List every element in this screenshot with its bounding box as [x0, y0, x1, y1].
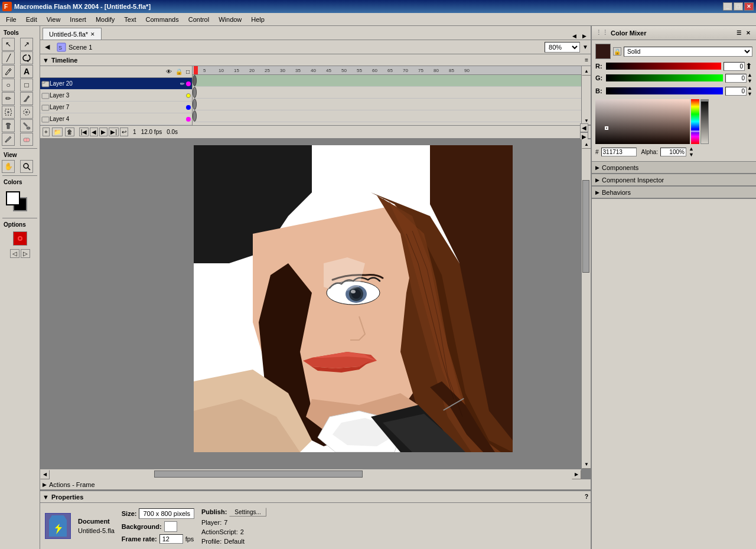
- g-input[interactable]: [725, 74, 747, 83]
- zoom-dropdown-arrow[interactable]: ▼: [582, 44, 588, 50]
- menu-help[interactable]: Help: [246, 15, 269, 24]
- tool-lasso[interactable]: [20, 51, 33, 64]
- hex-input[interactable]: [601, 148, 637, 156]
- stroke-color[interactable]: [6, 191, 20, 205]
- alpha-bar[interactable]: [700, 99, 709, 144]
- zoom-select[interactable]: 80% 25% 50% 75% 100%: [545, 42, 580, 53]
- canvas-hscroll-thumb[interactable]: [154, 470, 363, 478]
- lock-icon[interactable]: 🔒: [613, 47, 621, 55]
- props-fps-input[interactable]: [159, 534, 183, 544]
- menu-commands[interactable]: Commands: [141, 15, 183, 24]
- alpha-stepper-up[interactable]: ▲: [689, 146, 694, 152]
- layer-row-0[interactable]: Layer 20 ✏: [40, 78, 192, 90]
- tool-eyedropper[interactable]: [2, 133, 15, 146]
- close-button[interactable]: ✕: [744, 2, 754, 11]
- menu-insert[interactable]: Insert: [65, 15, 91, 24]
- tool-arrow[interactable]: ↖: [2, 38, 15, 51]
- props-settings-button[interactable]: Settings...: [229, 508, 266, 517]
- play-btn[interactable]: ▶: [99, 128, 107, 136]
- b-input[interactable]: [725, 87, 747, 96]
- playhead[interactable]: [194, 66, 198, 75]
- timeline-scroll-up[interactable]: ▲: [582, 66, 591, 76]
- tool-pencil[interactable]: ✏: [2, 92, 15, 105]
- menu-window[interactable]: Window: [214, 15, 246, 24]
- sv-picker[interactable]: [595, 99, 690, 144]
- b-stepper-down[interactable]: ▼: [747, 91, 752, 97]
- g-stepper-down[interactable]: ▼: [747, 78, 752, 84]
- minimize-button[interactable]: _: [723, 2, 732, 11]
- tool-rectangle[interactable]: □: [20, 79, 33, 92]
- actions-toggle[interactable]: ▶: [43, 482, 47, 488]
- stage[interactable]: [194, 145, 513, 452]
- canvas-scroll-up[interactable]: ▲: [582, 139, 591, 149]
- behaviors-header[interactable]: ▶ Behaviors: [592, 187, 756, 198]
- r-slider[interactable]: [606, 63, 721, 70]
- b-stepper-up[interactable]: ▲: [747, 85, 752, 91]
- component-inspector-header[interactable]: ▶ Component Inspector: [592, 174, 756, 186]
- snap-option[interactable]: [13, 231, 27, 246]
- tab-scroll-left[interactable]: ◀: [571, 32, 578, 40]
- canvas-scroll-down[interactable]: ▼: [582, 459, 591, 469]
- loop-btn[interactable]: ↩: [120, 128, 128, 136]
- menu-control[interactable]: Control: [184, 15, 214, 24]
- tool-ink-bottle[interactable]: [2, 119, 15, 132]
- tool-hand[interactable]: ✋: [2, 160, 15, 173]
- snap-right[interactable]: ▷: [21, 249, 30, 258]
- canvas-scroll-right[interactable]: ▶: [572, 470, 581, 479]
- menu-modify[interactable]: Modify: [91, 15, 119, 24]
- props-options[interactable]: ?: [585, 494, 588, 500]
- canvas-vscroll-thumb[interactable]: [582, 180, 589, 273]
- tab-close-icon[interactable]: ✕: [90, 31, 95, 37]
- frame-nav-2[interactable]: ◀: [90, 128, 98, 136]
- frame-nav-1[interactable]: |◀: [79, 128, 89, 136]
- maximize-button[interactable]: □: [734, 2, 743, 11]
- layer-row-3[interactable]: Layer 4: [40, 113, 192, 125]
- components-header[interactable]: ▶ Components: [592, 162, 756, 174]
- add-layer-btn[interactable]: +: [43, 128, 50, 136]
- layer-row-1[interactable]: Layer 3: [40, 90, 192, 102]
- delete-layer-btn[interactable]: 🗑: [65, 128, 74, 136]
- show-all-icon[interactable]: 👁: [165, 68, 173, 75]
- tool-subselection[interactable]: ↗: [20, 38, 33, 51]
- tool-pen[interactable]: [2, 65, 15, 78]
- r-input[interactable]: [724, 62, 745, 71]
- panel-options-icon[interactable]: ☰: [735, 30, 743, 37]
- layer-row-2[interactable]: Layer 7: [40, 102, 192, 113]
- g-slider[interactable]: [606, 74, 723, 81]
- menu-text[interactable]: Text: [119, 15, 141, 24]
- b-slider[interactable]: [606, 87, 723, 94]
- tab-scroll-right[interactable]: ▶: [581, 32, 588, 40]
- props-bg-swatch[interactable]: [164, 521, 177, 532]
- props-toggle[interactable]: ▼: [43, 494, 49, 501]
- color-type-select[interactable]: Solid None Linear Radial Bitmap: [624, 47, 752, 57]
- tool-oval[interactable]: ○: [2, 79, 15, 92]
- frame-nav-3[interactable]: ▶|: [109, 128, 119, 136]
- alpha-input[interactable]: [660, 148, 686, 156]
- tool-eraser[interactable]: [20, 133, 33, 146]
- add-layer-folder-btn[interactable]: 📁: [52, 128, 63, 136]
- tool-text[interactable]: A: [20, 65, 33, 78]
- tool-line[interactable]: ╱: [2, 51, 15, 64]
- current-color-swatch[interactable]: [595, 44, 611, 59]
- lock-all-icon[interactable]: 🔒: [174, 68, 184, 75]
- alpha-stepper-down[interactable]: ▼: [689, 152, 694, 158]
- snap-left[interactable]: ◁: [10, 249, 19, 258]
- scene-back-button[interactable]: ◀: [43, 43, 52, 51]
- canvas-scroll-left[interactable]: ◀: [40, 470, 50, 479]
- menu-view[interactable]: View: [42, 15, 66, 24]
- tool-brush[interactable]: [20, 92, 33, 105]
- outline-all-icon[interactable]: □: [185, 68, 191, 75]
- r-stepper-up[interactable]: ⬆: [745, 61, 752, 71]
- tool-fill-transform[interactable]: [20, 106, 33, 119]
- tool-zoom[interactable]: [20, 160, 33, 173]
- g-stepper-up[interactable]: ▲: [747, 72, 752, 78]
- menu-file[interactable]: File: [1, 15, 21, 24]
- timeline-toggle[interactable]: ▼: [43, 57, 49, 64]
- tool-paint-bucket[interactable]: [20, 119, 33, 132]
- menu-edit[interactable]: Edit: [21, 15, 42, 24]
- timeline-options[interactable]: ≡: [585, 57, 588, 63]
- tool-free-transform[interactable]: [2, 106, 15, 119]
- panel-close-icon[interactable]: ✕: [744, 30, 752, 37]
- timeline-scroll-left[interactable]: ◀: [580, 123, 588, 132]
- hue-bar[interactable]: [691, 99, 699, 144]
